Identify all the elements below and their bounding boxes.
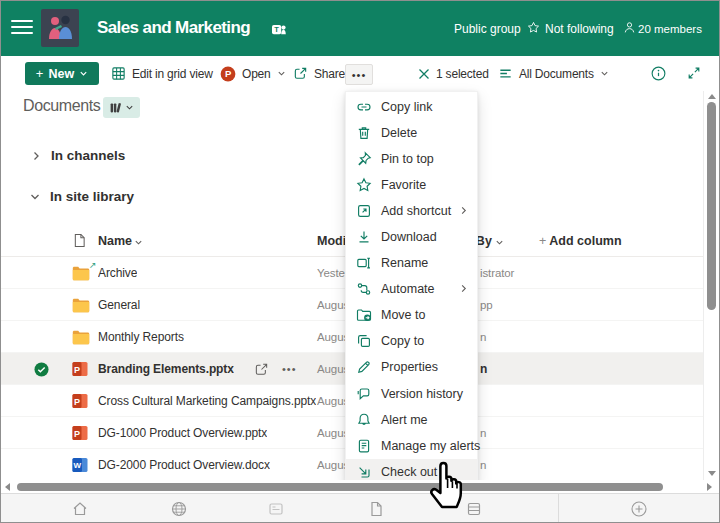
sort-chevron-icon — [495, 238, 504, 247]
menu-item-delete[interactable]: Delete — [346, 120, 477, 146]
share-button[interactable]: Share — [293, 56, 345, 91]
menu-item-copy-to[interactable]: Copy to — [346, 328, 477, 354]
clear-selection-button[interactable]: 1 selected — [418, 56, 489, 91]
scroll-left-arrow[interactable] — [5, 483, 10, 491]
document-name[interactable]: Archive — [98, 257, 137, 289]
modified-by-value: n — [480, 353, 487, 385]
document-name[interactable]: Monthly Reports — [98, 321, 184, 353]
trash-icon — [356, 125, 372, 141]
menu-item-properties[interactable]: Properties — [346, 354, 477, 380]
chevron-down-icon — [600, 69, 609, 78]
menu-item-label: Rename — [381, 256, 428, 270]
submenu-chevron-icon — [459, 284, 468, 293]
site-logo[interactable] — [41, 9, 79, 47]
star-icon — [356, 177, 372, 193]
horizontal-scrollbar[interactable] — [1, 480, 719, 493]
globe-icon[interactable] — [170, 500, 188, 518]
menu-item-automate[interactable]: Automate — [346, 276, 477, 302]
add-column-button[interactable]: + Add column — [539, 234, 622, 248]
vertical-scrollbar-thumb[interactable] — [707, 102, 716, 310]
menu-item-label: Delete — [381, 126, 417, 140]
members-icon — [623, 21, 636, 34]
scroll-up-arrow[interactable] — [708, 94, 716, 99]
row-share-icon[interactable] — [254, 362, 269, 377]
modified-by-value: n — [480, 449, 486, 481]
menu-item-label: Copy to — [381, 334, 424, 348]
info-icon[interactable] — [651, 66, 666, 81]
modified-by-value: pp — [480, 289, 493, 321]
menu-item-rename[interactable]: Rename — [346, 250, 477, 276]
section-in-site-library[interactable]: In site library — [30, 189, 134, 204]
manage-icon — [356, 438, 372, 454]
follow-star-icon[interactable] — [527, 21, 540, 34]
column-name[interactable]: Name — [98, 234, 132, 248]
document-name[interactable]: DG-1000 Product Overview.pptx — [98, 417, 267, 449]
submenu-chevron-icon — [459, 206, 468, 215]
scroll-down-arrow[interactable] — [708, 471, 716, 476]
pin-icon — [356, 151, 372, 167]
history-icon — [356, 386, 372, 402]
section-in-channels[interactable]: In channels — [31, 148, 125, 163]
teams-icon: T — [271, 21, 287, 37]
home-icon[interactable] — [71, 500, 89, 518]
menu-item-label: Alert me — [381, 413, 428, 427]
menu-item-download[interactable]: Download — [346, 224, 477, 250]
library-view-toggle[interactable] — [103, 97, 140, 118]
document-name[interactable]: Branding Elements.pptx — [98, 353, 234, 385]
hamburger-menu-icon[interactable] — [11, 20, 33, 38]
menu-item-version-history[interactable]: Version history — [346, 381, 477, 407]
menu-item-add-shortcut[interactable]: Add shortcut — [346, 198, 477, 224]
chevron-down-icon — [79, 69, 88, 78]
document-icon[interactable] — [367, 500, 385, 518]
new-button[interactable]: + New — [25, 62, 99, 85]
powerpoint-icon: P — [220, 66, 236, 82]
powerpoint-file-icon: P — [72, 425, 88, 441]
members-count[interactable]: 20 members — [638, 23, 702, 35]
news-icon[interactable] — [267, 500, 285, 518]
scroll-right-arrow[interactable] — [707, 483, 712, 491]
edit-grid-view-button[interactable]: Edit in grid view — [111, 56, 213, 91]
document-name[interactable]: DG-2000 Product Overview.docx — [98, 449, 270, 481]
copy-icon — [356, 333, 372, 349]
menu-item-favorite[interactable]: Favorite — [346, 172, 477, 198]
powerpoint-file-icon: P — [72, 361, 88, 377]
menu-item-copy-link[interactable]: Copy link — [346, 94, 477, 120]
open-button[interactable]: P Open — [220, 56, 286, 91]
site-title[interactable]: Sales and Marketing — [97, 18, 250, 38]
menu-item-label: Manage my alerts — [381, 439, 480, 453]
vertical-scrollbar[interactable] — [703, 91, 718, 480]
horizontal-scrollbar-thumb[interactable] — [17, 483, 663, 491]
more-actions-button[interactable]: ••• — [345, 64, 373, 85]
chevron-down-icon — [125, 103, 134, 112]
view-selector[interactable]: All Documents — [498, 56, 609, 91]
chevron-down-icon — [30, 192, 40, 202]
modified-by-value: istrator — [480, 257, 514, 289]
selected-check-icon[interactable] — [34, 362, 49, 377]
site-header: Sales and Marketing T Public group Not f… — [1, 1, 719, 56]
footer-divider — [558, 494, 559, 523]
add-icon[interactable] — [630, 500, 648, 518]
expand-icon[interactable] — [687, 66, 701, 80]
document-name[interactable]: General — [98, 289, 140, 321]
grid-icon — [111, 66, 126, 81]
menu-item-label: Favorite — [381, 178, 426, 192]
footer-bar — [1, 493, 719, 523]
svg-text:P: P — [74, 429, 80, 439]
powerpoint-file-icon: P — [72, 393, 88, 409]
menu-item-pin-to-top[interactable]: Pin to top — [346, 146, 477, 172]
menu-item-label: Copy link — [381, 100, 432, 114]
row-more-button[interactable]: ••• — [282, 353, 297, 385]
modified-by-value: n — [480, 417, 486, 449]
modified-by-value: n — [480, 321, 486, 353]
link-icon — [356, 99, 372, 115]
menu-item-label: Move to — [381, 308, 425, 322]
shortcut-badge-icon: ↗ — [89, 260, 96, 270]
document-name[interactable]: Cross Cultural Marketing Campaigns.pptx — [98, 385, 316, 417]
plus-icon: + — [36, 66, 44, 81]
menu-item-label: Download — [381, 230, 437, 244]
not-following-label[interactable]: Not following — [545, 22, 614, 36]
menu-item-label: Properties — [381, 360, 438, 374]
menu-item-move-to[interactable]: Move to — [346, 302, 477, 328]
rename-icon — [356, 255, 372, 271]
menu-item-alert-me[interactable]: Alert me — [346, 407, 477, 433]
